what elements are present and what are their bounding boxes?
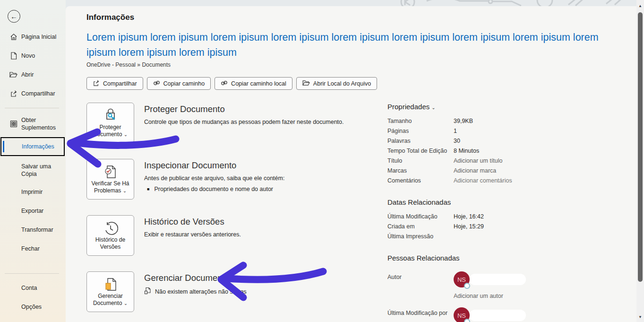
compartilhar-button[interactable]: Compartilhar <box>86 77 143 90</box>
sidebar-item-informacoes-selected[interactable]: Informações <box>0 137 65 156</box>
add-ins-grid-icon <box>9 120 17 128</box>
folder-icon <box>302 80 310 87</box>
sidebar-item-label: Página Inicial <box>21 33 60 41</box>
modifier-name-pill[interactable] <box>469 310 526 321</box>
abrir-local-do-arquivo-button[interactable]: Abrir Local do Arquivo <box>296 77 377 90</box>
section-proteger-documento: Proteger Documento ⌄ Proteger Documento … <box>86 103 389 143</box>
sidebar-item-label: Compartilhar <box>21 90 59 97</box>
section-gerenciar-documento: Gerenciar Documento ⌄ Gerenciar Document… <box>86 271 389 312</box>
section-title: Histórico de Versões <box>144 217 241 227</box>
share-icon <box>93 79 100 88</box>
lock-key-icon <box>103 108 118 124</box>
properties-panel: Propriedades⌄ Tamanho 39,9KB Páginas 1 P… <box>387 103 591 322</box>
background-doodle <box>394 0 639 6</box>
modifier-avatar[interactable]: NS <box>454 307 470 322</box>
sidebar-item-label: Abrir <box>21 71 37 78</box>
chevron-down-icon: ⌄ <box>124 301 128 306</box>
scroll-up-icon[interactable]: ▲ <box>636 4 644 8</box>
sidebar-item-label: Informações <box>22 143 54 150</box>
property-row-palavras: Palavras 30 <box>387 138 591 144</box>
sidebar-item-novo[interactable]: Novo <box>0 51 66 61</box>
section-historico-de-versoes: Histórico de Versões Histórico de Versõe… <box>86 215 389 256</box>
inspect-finding-item: ■ Propriedades do documento e nome do au… <box>147 186 284 192</box>
sidebar-item-label: Novo <box>21 52 39 60</box>
verificar-problemas-tile[interactable]: Verificar Se Há Problemas ⌄ <box>86 159 134 200</box>
property-row-tempo-edicao: Tempo Total de Edição 8 Minutos <box>387 148 591 154</box>
last-modified-by-row: Última Modificação por NS <box>387 305 591 322</box>
add-title-field[interactable]: Adicionar um título <box>454 157 503 164</box>
open-folder-icon <box>9 71 17 79</box>
add-tags-field[interactable]: Adicionar marca <box>454 167 496 174</box>
date-row-ultima-impressao: Última Impressão <box>387 233 591 240</box>
sidebar-item-salvar-uma-copia[interactable]: Salvar uma Cópia <box>0 162 66 179</box>
author-name-pill[interactable] <box>469 274 526 285</box>
page-title: Informações <box>86 13 636 22</box>
sidebar-item-transformar[interactable]: Transformar <box>0 225 66 235</box>
add-comments-field[interactable]: Adicionar comentários <box>454 177 512 184</box>
sidebar-item-label: Obter Suplementos <box>21 116 58 131</box>
sidebar-divider <box>5 273 59 274</box>
properties-header[interactable]: Propriedades⌄ <box>387 103 591 111</box>
sidebar-item-abrir[interactable]: Abrir <box>0 70 66 79</box>
section-title: Proteger Documento <box>144 104 343 114</box>
property-row-marcas: Marcas Adicionar marca <box>387 167 591 174</box>
document-location-path: OneDrive - Pessoal » Documents <box>86 61 636 68</box>
author-row: Autor NS <box>387 269 591 290</box>
sidebar-item-label: Conta <box>21 284 41 292</box>
sidebar-item-obter-suplementos[interactable]: Obter Suplementos <box>0 115 66 132</box>
scroll-down-icon[interactable]: ▼ <box>636 315 644 319</box>
copiar-caminho-button[interactable]: Copiar caminho <box>147 77 211 90</box>
sidebar-item-label: Fechar <box>21 245 43 252</box>
historico-versoes-tile[interactable]: Histórico de Versões <box>86 215 134 256</box>
selection-accent-bar <box>3 141 4 152</box>
word-backstage-info-view: ← Página Inicial Novo Abrir Compartilhar <box>0 0 644 322</box>
document-actions-toolbar: Compartilhar Copiar caminho Copiar camin… <box>86 77 636 90</box>
date-row-criada-em: Criada em Hoje, 15:29 <box>387 223 591 230</box>
vertical-scrollbar[interactable]: ▲ ▼ <box>636 0 644 322</box>
scrollbar-thumb[interactable] <box>638 12 643 282</box>
copiar-caminho-local-button[interactable]: Copiar caminho local <box>215 77 292 90</box>
author-avatar[interactable]: NS <box>454 271 470 287</box>
chevron-down-icon: ⌄ <box>124 132 128 137</box>
unsaved-changes-status: Não existem alterações não salvas <box>144 287 247 296</box>
sidebar-item-fechar[interactable]: Fechar <box>0 244 66 253</box>
sidebar-item-label: Opções <box>21 303 45 311</box>
sidebar-item-opcoes[interactable]: Opções <box>0 302 66 312</box>
proteger-documento-tile[interactable]: Proteger Documento ⌄ <box>86 103 134 143</box>
property-row-titulo: Título Adicionar um título <box>387 157 591 164</box>
section-title: Gerenciar Documento <box>144 273 247 283</box>
sidebar-divider <box>5 108 59 108</box>
sidebar-item-label: Imprimir <box>21 188 46 196</box>
sidebar-item-compartilhar[interactable]: Compartilhar <box>0 89 66 98</box>
manage-document-icon <box>103 277 118 293</box>
sidebar-item-pagina-inicial[interactable]: Página Inicial <box>0 32 66 42</box>
sidebar-item-label: Transformar <box>21 226 57 234</box>
property-row-paginas: Páginas 1 <box>387 128 591 134</box>
section-title: Inspecionar Documento <box>144 160 284 171</box>
bullet-icon: ■ <box>147 187 149 191</box>
new-document-icon <box>9 52 17 60</box>
chevron-down-icon: ⌄ <box>123 188 127 193</box>
related-people-header: Pessoas Relacionadas <box>387 254 591 262</box>
date-row-ultima-modificacao: Última Modificação Hoje, 16:42 <box>387 213 591 220</box>
link-icon <box>153 80 160 87</box>
document-title-link[interactable]: Lorem ipisum lorem ipisum lorem ipisum l… <box>86 30 627 60</box>
section-description: Exibir e restaurar versões anteriores. <box>144 231 241 239</box>
link-icon <box>221 80 228 87</box>
sidebar-item-conta[interactable]: Conta <box>0 283 66 293</box>
gerenciar-documento-tile[interactable]: Gerenciar Documento ⌄ <box>86 271 134 312</box>
modifier-person: NS <box>454 305 526 322</box>
back-button[interactable]: ← <box>8 10 20 23</box>
add-author-field[interactable]: Adicionar um autor <box>454 293 591 299</box>
property-row-tamanho: Tamanho 39,9KB <box>387 118 591 124</box>
window-top-strip <box>66 0 644 6</box>
inspect-document-icon <box>103 164 118 180</box>
sidebar-item-exportar[interactable]: Exportar <box>0 206 66 216</box>
sidebar-item-imprimir[interactable]: Imprimir <box>0 187 66 197</box>
info-content-panel: Informações Lorem ipisum lorem ipisum lo… <box>66 6 636 322</box>
version-history-icon <box>103 220 118 236</box>
sidebar-item-label: Exportar <box>21 207 47 215</box>
sidebar-item-label: Salvar uma Cópia <box>21 163 58 178</box>
section-inspecionar-documento: Verificar Se Há Problemas ⌄ Inspecionar … <box>86 159 389 200</box>
info-sections: Proteger Documento ⌄ Proteger Documento … <box>86 103 389 312</box>
